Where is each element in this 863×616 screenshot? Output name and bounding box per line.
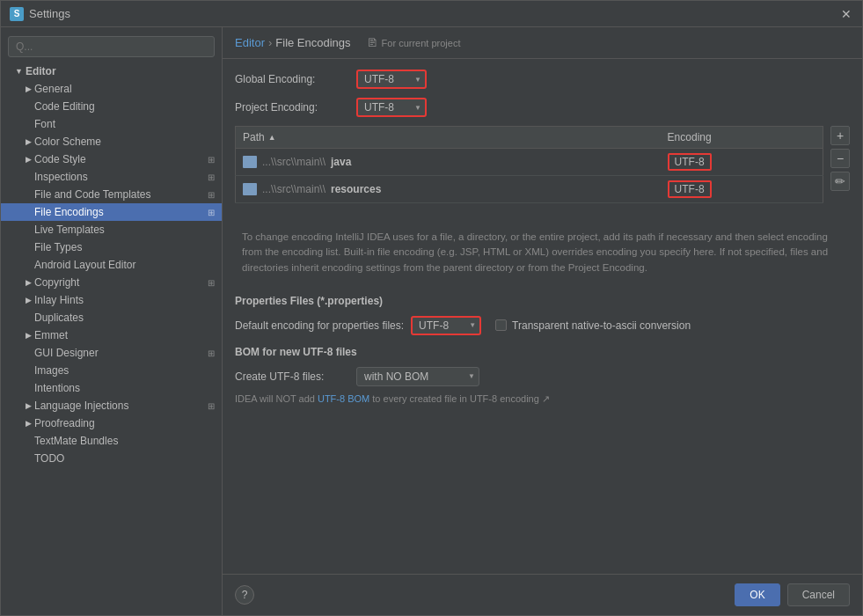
- create-utf8-value: with NO BOM: [364, 370, 428, 383]
- folder-icon-2: [243, 183, 257, 195]
- help-button[interactable]: ?: [235, 585, 254, 605]
- sidebar-item-inspections[interactable]: ▶ Inspections ⊞: [1, 168, 222, 186]
- sidebar-item-android-layout-editor[interactable]: ▶ Android Layout Editor: [1, 256, 222, 274]
- main-content: ▼ Editor ▶ General ▶ Code Editing ▶ Font…: [1, 27, 862, 615]
- sidebar-item-code-editing[interactable]: ▶ Code Editing: [1, 98, 222, 115]
- sidebar-item-inlay-hints[interactable]: ▶ Inlay Hints: [1, 291, 222, 309]
- default-encoding-dropdown[interactable]: UTF-8 ▼: [411, 316, 481, 335]
- editor-arrow: ▼: [15, 67, 23, 76]
- for-current-project: 🖹 For current project: [367, 36, 461, 49]
- sidebar-item-gui-designer[interactable]: ▶ GUI Designer ⊞: [1, 344, 222, 362]
- sidebar-item-emmet[interactable]: ▶ Emmet: [1, 326, 222, 344]
- proof-arrow: ▶: [26, 419, 32, 428]
- emmet-arrow: ▶: [26, 331, 32, 340]
- folder-icon-1: [243, 156, 257, 168]
- cancel-button[interactable]: Cancel: [787, 583, 850, 606]
- encoding-value-1[interactable]: UTF-8: [668, 153, 712, 171]
- default-encoding-arrow: ▼: [469, 321, 476, 329]
- breadcrumb-current: File Encodings: [275, 36, 350, 49]
- edit-path-button[interactable]: ✏: [830, 172, 850, 191]
- breadcrumb-separator: ›: [268, 36, 272, 49]
- copyright-badge: ⊞: [208, 278, 215, 288]
- fct-badge: ⊞: [208, 190, 215, 200]
- sidebar-label-lt: Live Templates: [34, 224, 215, 236]
- sidebar-item-intentions[interactable]: ▶ Intentions: [1, 379, 222, 397]
- sidebar-item-general[interactable]: ▶ General: [1, 80, 222, 98]
- sidebar-label-gui: GUI Designer: [34, 347, 208, 359]
- sidebar-label-ft: File Types: [34, 241, 215, 253]
- breadcrumb-parent[interactable]: Editor: [235, 36, 265, 49]
- sidebar-item-todo[interactable]: ▶ TODO: [1, 450, 222, 467]
- li-arrow: ▶: [26, 401, 32, 410]
- project-encoding-dropdown[interactable]: UTF-8 ▼: [356, 98, 427, 117]
- remove-path-button[interactable]: −: [830, 149, 850, 168]
- sidebar-item-images[interactable]: ▶ Images: [1, 362, 222, 379]
- bom-note-link[interactable]: UTF-8 BOM: [318, 393, 369, 404]
- table-cell-path-1: ...\\src\\main\\java: [236, 149, 661, 176]
- global-encoding-dropdown[interactable]: UTF-8 ▼: [356, 70, 427, 89]
- path-prefix-2: ...\\src\\main\\: [262, 183, 325, 195]
- sidebar-item-live-templates[interactable]: ▶ Live Templates: [1, 221, 222, 238]
- project-encoding-value: UTF-8: [364, 101, 394, 114]
- window-title: Settings: [29, 7, 70, 20]
- title-bar-controls: ✕: [839, 7, 853, 21]
- sidebar-label-ih: Inlay Hints: [34, 294, 215, 306]
- sidebar-item-proofreading[interactable]: ▶ Proofreading: [1, 414, 222, 432]
- fe-badge: ⊞: [208, 208, 215, 217]
- table-row[interactable]: ...\\src\\main\\java UTF-8: [236, 149, 823, 176]
- default-encoding-value: UTF-8: [419, 319, 449, 332]
- encoding-value-2[interactable]: UTF-8: [668, 180, 712, 198]
- path-bold-2: resources: [331, 183, 381, 195]
- project-encoding-label: Project Encoding:: [235, 101, 349, 114]
- col-path-header[interactable]: Path ▲: [236, 127, 661, 149]
- sidebar-item-file-encodings[interactable]: ▶ File Encodings ⊞: [1, 203, 222, 221]
- ok-button[interactable]: OK: [735, 583, 779, 606]
- table-cell-encoding-1: UTF-8: [661, 149, 823, 176]
- sidebar-item-editor[interactable]: ▼ Editor: [1, 62, 222, 80]
- sidebar-label-general: General: [34, 83, 215, 95]
- sidebar-item-language-injections[interactable]: ▶ Language Injections ⊞: [1, 397, 222, 414]
- table-cell-path-2: ...\\src\\main\\resources: [236, 176, 661, 203]
- default-encoding-label: Default encoding for properties files:: [235, 319, 404, 332]
- encoding-table-wrapper: Path ▲ Encoding: [235, 126, 850, 214]
- col-encoding-label: Encoding: [668, 131, 712, 143]
- create-utf8-arrow: ▼: [468, 372, 475, 380]
- bom-note-text2: to every created file in UTF-8 encoding …: [369, 393, 550, 404]
- table-actions: + − ✏: [827, 126, 850, 191]
- sidebar-label-tm: TextMate Bundles: [34, 435, 215, 447]
- sidebar-label-inspections: Inspections: [34, 171, 208, 183]
- add-path-button[interactable]: +: [830, 126, 850, 145]
- close-button[interactable]: ✕: [839, 7, 853, 21]
- sidebar-label-ale: Android Layout Editor: [34, 259, 215, 271]
- description-content: To change encoding IntelliJ IDEA uses fo…: [242, 231, 828, 273]
- color-scheme-arrow: ▶: [26, 137, 32, 146]
- sidebar-label-editor: Editor: [26, 65, 215, 77]
- sidebar-label-todo: TODO: [34, 452, 215, 465]
- default-encoding-row: Default encoding for properties files: U…: [235, 316, 850, 335]
- properties-section-title: Properties Files (*.properties): [235, 295, 850, 307]
- sidebar-item-code-style[interactable]: ▶ Code Style ⊞: [1, 150, 222, 168]
- sidebar-label-images: Images: [34, 364, 215, 377]
- general-arrow: ▶: [26, 84, 32, 93]
- transparent-checkbox[interactable]: [495, 319, 507, 331]
- search-input[interactable]: [8, 36, 215, 57]
- sidebar-item-file-types[interactable]: ▶ File Types: [1, 238, 222, 256]
- sidebar-item-duplicates[interactable]: ▶ Duplicates: [1, 309, 222, 326]
- transparent-label: Transparent native-to-ascii conversion: [512, 319, 691, 332]
- global-encoding-value: UTF-8: [364, 73, 394, 85]
- sidebar-label-dup: Duplicates: [34, 312, 215, 324]
- sidebar-label-intentions: Intentions: [34, 382, 215, 394]
- sidebar-label-code-editing: Code Editing: [34, 100, 215, 113]
- panel-header: Editor › File Encodings 🖹 For current pr…: [223, 27, 862, 59]
- sidebar-label-fct: File and Code Templates: [34, 188, 208, 201]
- table-row[interactable]: ...\\src\\main\\resources UTF-8: [236, 176, 823, 203]
- sidebar-label-proof: Proofreading: [34, 417, 215, 429]
- sidebar-item-file-code-templates[interactable]: ▶ File and Code Templates ⊞: [1, 186, 222, 203]
- sidebar-item-copyright[interactable]: ▶ Copyright ⊞: [1, 274, 222, 291]
- sidebar-item-color-scheme[interactable]: ▶ Color Scheme: [1, 133, 222, 150]
- col-encoding-header[interactable]: Encoding: [661, 127, 823, 149]
- sidebar-item-textmate[interactable]: ▶ TextMate Bundles: [1, 432, 222, 450]
- sidebar-item-font[interactable]: ▶ Font: [1, 115, 222, 133]
- project-encoding-arrow: ▼: [414, 104, 421, 112]
- create-utf8-dropdown[interactable]: with NO BOM ▼: [356, 367, 479, 386]
